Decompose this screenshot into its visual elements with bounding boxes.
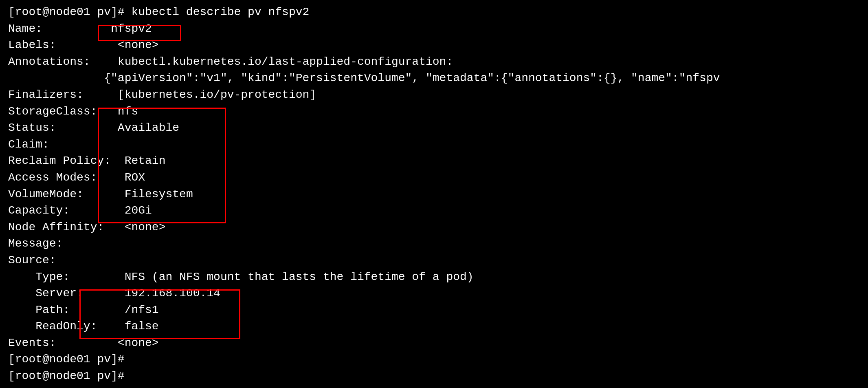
nodeaffinity-value: <none> xyxy=(104,221,165,234)
line-annotations: Annotations: kubectl.kubernetes.io/last-… xyxy=(8,54,860,71)
status-label: Status: xyxy=(8,121,56,134)
line-name: Name: nfspv2 xyxy=(8,21,860,37)
readonly-label: ReadOnly: xyxy=(8,320,97,333)
line-claim: Claim: xyxy=(8,137,860,153)
capacity-label: Capacity: xyxy=(8,204,70,217)
path-value: /nfs1 xyxy=(70,304,158,316)
line-readonly: ReadOnly: false xyxy=(8,318,860,335)
labels-label: Labels: xyxy=(8,39,56,51)
line-reclaim: Reclaim Policy: Retain xyxy=(8,153,860,170)
line-prompt1: [root@node01 pv]# kubectl describe pv nf… xyxy=(8,4,860,21)
type-value: NFS (an NFS mount that lasts the lifetim… xyxy=(70,271,473,283)
annotations-label: Annotations: xyxy=(8,55,90,68)
volumemode-value: Filesystem xyxy=(84,188,193,201)
storageclass-value: nfs xyxy=(97,105,138,118)
line-prompt2: [root@node01 pv]# xyxy=(8,351,860,368)
path-label: Path: xyxy=(8,304,70,316)
server-value: 192.168.100.14 xyxy=(84,287,220,300)
name-value: nfspv2 xyxy=(42,22,152,35)
reclaim-value: Retain xyxy=(111,154,165,167)
nodeaffinity-label: Node Affinity: xyxy=(8,221,104,234)
line-labels: Labels: <none> xyxy=(8,37,860,54)
type-label: Type: xyxy=(8,271,70,283)
access-value: ROX xyxy=(97,171,145,184)
access-label: Access Modes: xyxy=(8,171,97,184)
finalizers-value: [kubernetes.io/pv-protection] xyxy=(84,88,316,101)
line-annotations2: {"apiVersion":"v1", "kind":"PersistentVo… xyxy=(8,70,860,87)
line-path: Path: /nfs1 xyxy=(8,302,860,319)
line-server: Server: 192.168.100.14 xyxy=(8,285,860,302)
name-label: Name: xyxy=(8,22,42,35)
line-access: Access Modes: ROX xyxy=(8,170,860,186)
line-events: Events: <none> xyxy=(8,335,860,352)
storageclass-label: StorageClass: xyxy=(8,105,97,118)
line-finalizers: Finalizers: [kubernetes.io/pv-protection… xyxy=(8,87,860,104)
annotations-value: kubectl.kubernetes.io/last-applied-confi… xyxy=(90,55,453,68)
line-storageclass: StorageClass: nfs xyxy=(8,104,860,120)
volumemode-label: VolumeMode: xyxy=(8,188,84,201)
status-value: Available xyxy=(56,121,179,134)
reclaim-label: Reclaim Policy: xyxy=(8,154,111,167)
line-status: Status: Available xyxy=(8,120,860,137)
line-volumemode: VolumeMode: Filesystem xyxy=(8,186,860,203)
events-value: <none> xyxy=(56,337,159,349)
server-label: Server: xyxy=(8,287,84,300)
line-type: Type: NFS (an NFS mount that lasts the l… xyxy=(8,269,860,286)
terminal-window: [root@node01 pv]# kubectl describe pv nf… xyxy=(8,4,860,385)
line-source: Source: xyxy=(8,252,860,269)
capacity-value: 20Gi xyxy=(70,204,152,217)
line-message: Message: xyxy=(8,236,860,252)
line-nodeaffinity: Node Affinity: <none> xyxy=(8,219,860,236)
labels-value: <none> xyxy=(56,39,159,51)
readonly-value: false xyxy=(97,320,158,333)
events-label: Events: xyxy=(8,337,56,349)
finalizers-label: Finalizers: xyxy=(8,88,84,101)
line-prompt3: [root@node01 pv]# xyxy=(8,368,860,385)
line-capacity: Capacity: 20Gi xyxy=(8,203,860,219)
